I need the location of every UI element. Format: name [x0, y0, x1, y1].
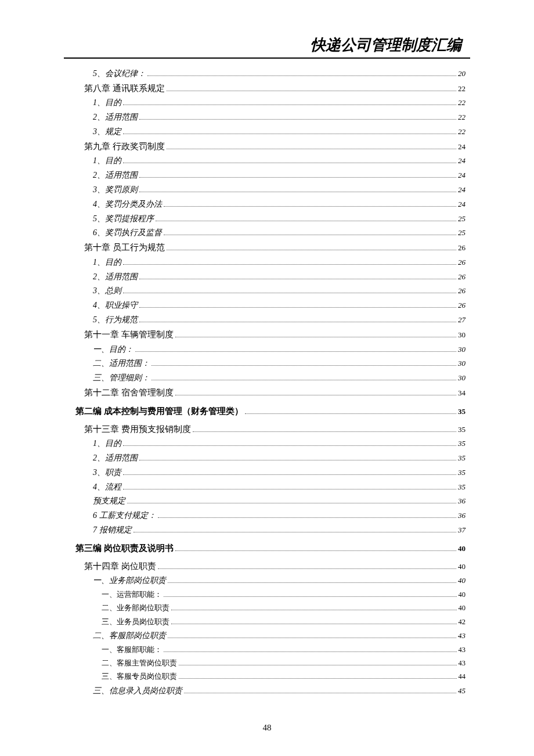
- toc-page-number: 34: [458, 387, 466, 399]
- toc-leader-dots: [139, 307, 456, 308]
- toc-label: 三、业务员岗位职责: [102, 615, 169, 628]
- toc-leader-dots: [164, 235, 456, 235]
- toc-page-number: 36: [458, 509, 466, 522]
- toc-entry: 第八章 通讯联系规定22: [84, 81, 466, 96]
- toc-label: 第十二章 宿舍管理制度: [84, 386, 174, 400]
- header-underline: [64, 57, 470, 59]
- toc-label: 4、流程: [93, 480, 121, 494]
- toc-leader-dots: [123, 105, 456, 105]
- toc-entry: 三、信息录入员岗位职责45: [93, 684, 466, 698]
- toc-label: 第三编 岗位职责及说明书: [75, 538, 174, 559]
- toc-leader-dots: [175, 395, 456, 395]
- toc-page-number: 37: [458, 524, 466, 537]
- toc-page-number: 24: [458, 141, 466, 153]
- toc-leader-dots: [151, 380, 456, 380]
- toc-leader-dots: [123, 489, 456, 489]
- toc-leader-dots: [171, 624, 457, 624]
- toc-leader-dots: [156, 221, 456, 221]
- toc-leader-dots: [171, 610, 457, 610]
- toc-page-number: 44: [459, 671, 466, 683]
- toc-leader-dots: [158, 517, 457, 518]
- toc-page-number: 42: [459, 616, 466, 628]
- toc-leader-dots: [123, 445, 456, 446]
- toc-label: 三、管理细则：: [93, 371, 150, 385]
- toc-label: 三、客服专员岗位职责: [102, 670, 177, 683]
- toc-entry: 4、流程35: [93, 480, 466, 494]
- toc-page-number: 40: [458, 539, 466, 557]
- toc-entry: 1、目的24: [93, 154, 466, 168]
- toc-page-number: 40: [458, 560, 466, 573]
- toc-page-number: 26: [458, 256, 466, 269]
- toc-entry: 6 工薪支付规定：36: [93, 509, 466, 523]
- toc-label: 1、目的: [93, 154, 121, 168]
- toc-entry: 4、职业操守26: [93, 298, 466, 312]
- toc-page-number: 20: [458, 67, 466, 80]
- toc-label: 6 工薪支付规定：: [93, 509, 156, 523]
- toc-page-number: 22: [458, 125, 466, 138]
- toc-page-number: 24: [458, 169, 466, 182]
- toc-entry: 第十一章 车辆管理制度30: [84, 327, 466, 342]
- toc-label: 二、客服主管岗位职责: [102, 657, 177, 669]
- toc-leader-dots: [139, 192, 456, 192]
- toc-label: 4、奖罚分类及办法: [93, 197, 162, 211]
- toc-page-number: 24: [458, 154, 466, 167]
- toc-page-number: 27: [458, 314, 466, 326]
- toc-entry: 第十四章 岗位职责40: [84, 559, 466, 574]
- toc-label: 5、会议纪律：: [93, 67, 146, 81]
- toc-page-number: 36: [458, 495, 466, 507]
- toc-page-number: 35: [458, 466, 466, 479]
- toc-page-number: 43: [459, 644, 466, 656]
- toc-entry: 3、总则26: [93, 284, 466, 298]
- toc-entry: 预支规定36: [93, 494, 466, 508]
- toc-page-number: 26: [458, 285, 466, 297]
- toc-page-number: 22: [458, 111, 466, 124]
- toc-entry: 一、运营部职能：40: [102, 588, 466, 601]
- toc-leader-dots: [158, 568, 456, 569]
- toc-leader-dots: [139, 460, 456, 460]
- toc-label: 1、目的: [93, 255, 121, 269]
- toc-leader-dots: [168, 638, 456, 638]
- toc-leader-dots: [167, 149, 456, 149]
- toc-page-number: 35: [458, 437, 466, 450]
- toc-entry: 1、目的22: [93, 96, 466, 110]
- toc-page-number: 40: [459, 589, 466, 601]
- toc-label: 7 报销规定: [93, 523, 132, 537]
- toc-label: 一、运营部职能：: [102, 588, 162, 601]
- toc-label: 一、目的：: [93, 343, 134, 357]
- toc-label: 一、客服部职能：: [102, 643, 162, 656]
- toc-leader-dots: [167, 250, 456, 250]
- toc-label: 3、规定: [93, 125, 121, 139]
- toc-label: 二、适用范围：: [93, 357, 150, 370]
- toc-entry: 二、客服部岗位职责43: [93, 629, 466, 643]
- toc-leader-dots: [134, 532, 457, 532]
- toc-entry: 三、客服专员岗位职责44: [102, 670, 466, 683]
- toc-page-number: 25: [458, 226, 466, 239]
- toc-leader-dots: [147, 75, 456, 76]
- toc-label: 1、目的: [93, 437, 121, 451]
- toc-entry: 3、职责35: [93, 466, 466, 480]
- toc-entry: 二、适用范围：30: [93, 357, 466, 370]
- toc-entry: 二、业务部岗位职责40: [102, 602, 466, 614]
- toc-entry: 一、业务部岗位职责40: [93, 574, 466, 588]
- document-header-title: 快递公司管理制度汇编: [64, 35, 470, 55]
- toc-entry: 三、管理细则：30: [93, 371, 466, 385]
- toc-entry: 第二编 成本控制与费用管理（财务管理类）35: [75, 401, 466, 422]
- toc-label: 1、目的: [93, 96, 121, 110]
- toc-entry: 1、目的26: [93, 255, 466, 269]
- toc-label: 预支规定: [93, 494, 125, 508]
- toc-label: 三、信息录入员岗位职责: [93, 684, 182, 698]
- toc-label: 第八章 通讯联系规定: [84, 81, 165, 96]
- toc-entry: 第九章 行政奖罚制度24: [84, 139, 466, 154]
- toc-label: 第十三章 费用预支报销制度: [84, 422, 191, 437]
- toc-entry: 7 报销规定37: [93, 523, 466, 537]
- toc-page-number: 24: [458, 198, 466, 211]
- toc-label: 二、客服部岗位职责: [93, 629, 166, 643]
- toc-leader-dots: [123, 163, 456, 163]
- toc-page-number: 25: [458, 213, 466, 225]
- toc-leader-dots: [175, 337, 456, 337]
- toc-label: 第十四章 岗位职责: [84, 559, 156, 574]
- table-of-contents: 5、会议纪律：20第八章 通讯联系规定221、目的222、适用范围223、规定2…: [64, 67, 470, 697]
- toc-page-number: 26: [458, 242, 466, 254]
- toc-entry: 第三编 岗位职责及说明书40: [75, 538, 466, 559]
- toc-entry: 第十二章 宿舍管理制度34: [84, 386, 466, 400]
